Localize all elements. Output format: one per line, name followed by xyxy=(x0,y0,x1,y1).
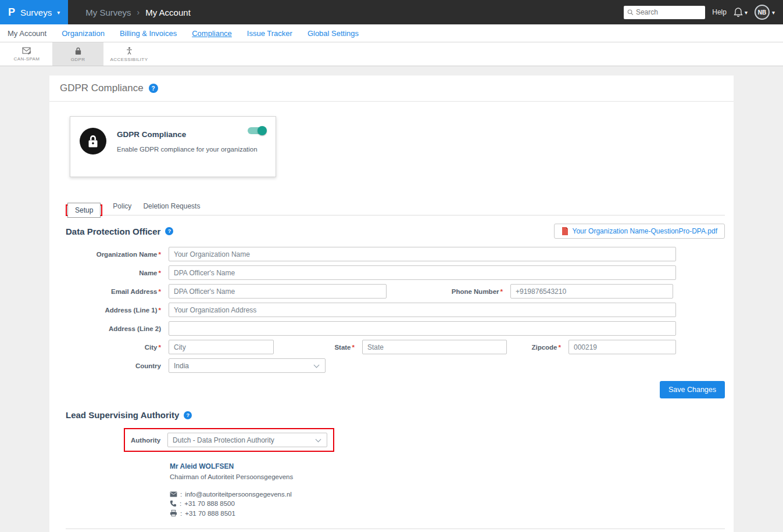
breadcrumb-my-surveys[interactable]: My Surveys xyxy=(85,8,131,17)
notifications-menu[interactable]: ▾ xyxy=(734,7,748,17)
tab-gdpr[interactable]: GDPR xyxy=(52,42,103,66)
breadcrumb-separator-icon: › xyxy=(137,8,140,17)
required-marker: * xyxy=(559,344,561,351)
tab-setup[interactable]: Setup xyxy=(67,203,101,218)
topbar-right: Help ▾ NB ▾ xyxy=(624,5,783,20)
address-line1-field[interactable] xyxy=(169,303,676,317)
caret-down-icon: ▾ xyxy=(772,9,775,16)
authority-contact-name[interactable]: Mr Aleid WOLFSEN xyxy=(170,462,725,470)
country-label: Country xyxy=(66,362,169,369)
nav-item-my-account[interactable]: My Account xyxy=(8,29,47,38)
nav-item-billing-invoices[interactable]: Billing & Invoices xyxy=(120,29,177,38)
dpo-section: Data Protection Officer ? Your Organizat… xyxy=(66,222,725,398)
authority-value: Dutch - Data Protection Authority xyxy=(173,436,274,444)
card-text: GDPR Compliance Enable GDPR compliance f… xyxy=(117,125,258,168)
dpo-form: Organization Name* Name* Email Address* … xyxy=(66,247,725,373)
envelope-edit-icon xyxy=(22,46,31,55)
city-label: City* xyxy=(66,344,169,351)
state-field[interactable] xyxy=(362,340,507,354)
annotation-setup-tab: Setup xyxy=(66,204,102,216)
form-row: Organization Name* xyxy=(66,247,725,261)
state-label: State* xyxy=(274,344,362,351)
lock-badge-icon xyxy=(80,128,106,154)
organization-name-field[interactable] xyxy=(169,247,676,261)
tab-label: CAN-SPAM xyxy=(14,56,40,62)
email-address-label: Email Address* xyxy=(66,288,169,295)
gdpr-toggle[interactable] xyxy=(248,127,265,134)
name-label: Name* xyxy=(66,269,169,276)
authority-select[interactable]: Dutch - Data Protection Authority xyxy=(167,433,327,447)
gdpr-toggle-card: GDPR Compliance Enable GDPR compliance f… xyxy=(70,116,276,177)
account-menu[interactable]: NB ▾ xyxy=(755,5,775,20)
dpo-heading: Data Protection Officer xyxy=(66,227,160,236)
tab-can-spam[interactable]: CAN-SPAM xyxy=(1,42,52,66)
dpo-save-changes-button[interactable]: Save Changes xyxy=(660,381,725,398)
authority-phone: +31 70 888 8500 xyxy=(184,500,235,507)
form-row: Address (Line 1)* xyxy=(66,303,725,317)
authority-phone-line: : +31 70 888 8500 xyxy=(170,500,725,507)
tab-policy[interactable]: Policy xyxy=(112,199,133,215)
zipcode-field[interactable] xyxy=(569,340,676,354)
phone-field[interactable] xyxy=(510,284,673,299)
organization-name-label: Organization Name* xyxy=(66,251,169,258)
required-marker: * xyxy=(159,307,161,314)
authority-fax: +31 70 888 8501 xyxy=(185,510,235,517)
zipcode-label: Zipcode* xyxy=(507,344,569,351)
tab-deletion-requests[interactable]: Deletion Requests xyxy=(142,199,201,215)
form-row: Email Address* Phone Number* xyxy=(66,284,725,299)
page-title-row: GDPR Compliance ? xyxy=(49,76,734,102)
help-icon[interactable]: ? xyxy=(165,227,173,235)
product-label: Surveys xyxy=(20,8,52,17)
search-box[interactable] xyxy=(624,6,705,19)
caret-down-icon: ▾ xyxy=(745,9,748,16)
required-marker: * xyxy=(159,288,161,295)
chevron-down-icon xyxy=(314,362,320,368)
questionpro-logo-icon: P xyxy=(8,6,15,19)
pdf-button-label: Your Organization Name-QuestionPro-DPA.p… xyxy=(573,227,717,235)
account-nav: My Account Organization Billing & Invoic… xyxy=(0,24,783,42)
accessibility-icon xyxy=(125,46,134,55)
breadcrumb: My Surveys › My Account xyxy=(85,8,191,17)
country-select[interactable]: India xyxy=(169,358,326,373)
form-row: Address (Line 2) xyxy=(66,321,725,336)
address-line1-label: Address (Line 1)* xyxy=(66,307,169,314)
authority-contact-card: Mr Aleid WOLFSEN Chairman of Autoriteit … xyxy=(170,462,725,517)
section-divider xyxy=(66,529,725,529)
fax-icon xyxy=(170,509,177,517)
form-row: Name* xyxy=(66,265,725,280)
name-field[interactable] xyxy=(169,265,676,280)
separator: : xyxy=(180,500,181,507)
toggle-knob xyxy=(258,126,267,135)
search-input[interactable] xyxy=(636,8,702,16)
nav-item-global-settings[interactable]: Global Settings xyxy=(308,29,359,38)
authority-fax-line: : +31 70 888 8501 xyxy=(170,509,725,517)
tab-accessibility[interactable]: Accessibility xyxy=(103,42,155,66)
country-value: India xyxy=(174,362,189,370)
product-switcher[interactable]: P Surveys ▾ xyxy=(0,0,68,24)
email-field[interactable] xyxy=(169,284,387,299)
gdpr-compliance-panel: GDPR Compliance ? GDPR Compliance Enable… xyxy=(49,76,734,532)
nav-item-organization[interactable]: Organization xyxy=(62,29,105,38)
required-marker: * xyxy=(352,344,355,351)
phone-icon xyxy=(170,500,177,507)
lsa-heading: Lead Supervising Authority xyxy=(66,410,179,420)
help-icon[interactable]: ? xyxy=(184,411,192,419)
dpa-pdf-button[interactable]: Your Organization Name-QuestionPro-DPA.p… xyxy=(554,224,725,239)
tab-label: GDPR xyxy=(71,57,85,62)
city-field[interactable] xyxy=(169,340,274,354)
search-icon xyxy=(627,9,634,16)
address-line2-field[interactable] xyxy=(169,321,676,336)
page-title: GDPR Compliance xyxy=(60,82,144,94)
help-link[interactable]: Help xyxy=(712,8,727,16)
gdpr-tabs: Setup Policy Deletion Requests xyxy=(66,199,725,215)
help-icon[interactable]: ? xyxy=(149,84,158,93)
nav-item-compliance[interactable]: Compliance xyxy=(192,29,232,38)
separator: : xyxy=(180,491,182,498)
avatar: NB xyxy=(755,5,770,20)
lsa-section: Lead Supervising Authority ? Authority D… xyxy=(66,410,725,529)
authority-email-line: : info@autoriteitpersoonsgegevens.nl xyxy=(170,491,725,498)
authority-email: info@autoriteitpersoonsgegevens.nl xyxy=(185,491,292,498)
lock-icon xyxy=(74,46,82,55)
nav-item-issue-tracker[interactable]: Issue Tracker xyxy=(247,29,292,38)
form-row: Country India xyxy=(66,358,725,373)
